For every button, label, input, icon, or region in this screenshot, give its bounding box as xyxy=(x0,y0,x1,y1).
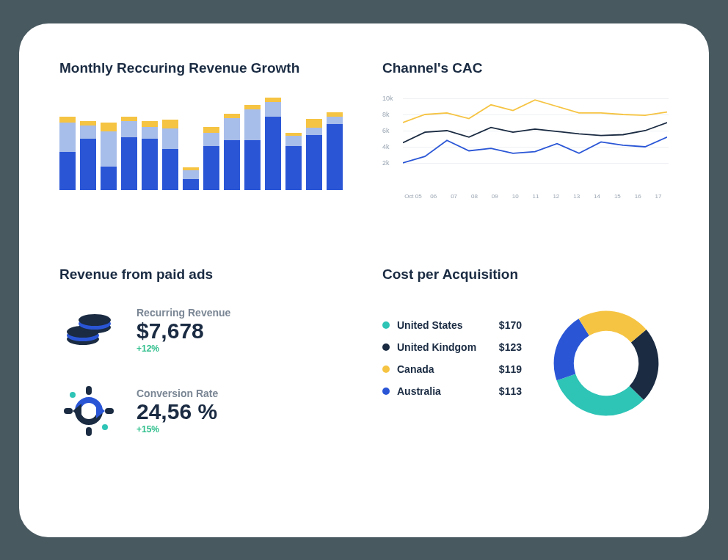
cac-line-chart: 10k8k6k4k2k xyxy=(382,95,669,190)
bar xyxy=(203,127,219,190)
bar xyxy=(80,121,96,190)
cpa-value: $123 xyxy=(499,341,522,353)
cpa-country: Australia xyxy=(397,385,441,397)
dashboard-card: Monthly Reccuring Revenue Growth Channel… xyxy=(19,23,709,537)
cpa-row: United States$170 xyxy=(382,319,522,331)
cac-section: Channel's CAC 10k8k6k4k2k Oct 0506070809… xyxy=(382,60,669,238)
bar xyxy=(162,120,178,190)
ads-title: Revenue from paid ads xyxy=(59,266,346,283)
recurring-revenue-value: $7,678 xyxy=(136,319,230,343)
y-tick: 10k xyxy=(382,95,393,102)
x-tick: 16 xyxy=(627,193,648,200)
conversion-rate-metric: Conversion Rate 24,56 % +15% xyxy=(59,382,346,440)
bar xyxy=(142,121,158,190)
y-tick: 4k xyxy=(382,143,390,150)
legend-dot-icon xyxy=(382,343,390,351)
bar xyxy=(327,112,343,190)
coins-icon xyxy=(59,301,118,360)
conversion-icon xyxy=(59,382,118,440)
x-tick: 12 xyxy=(546,193,567,200)
x-tick: 10 xyxy=(505,193,525,200)
bar xyxy=(306,119,322,190)
conversion-rate-label: Conversion Rate xyxy=(136,388,218,399)
cpa-row: Canada$119 xyxy=(382,363,522,375)
cpa-legend: United States$170United Kindgom$123Canad… xyxy=(382,319,522,407)
recurring-revenue-label: Recurring Revenue xyxy=(136,307,230,319)
cac-x-axis: Oct 05060708091011121314151617 xyxy=(403,193,669,200)
y-tick: 6k xyxy=(382,127,390,134)
svg-point-7 xyxy=(102,424,108,430)
mrr-title: Monthly Reccuring Revenue Growth xyxy=(59,60,346,76)
y-tick: 2k xyxy=(382,159,390,167)
x-tick: 09 xyxy=(484,193,505,200)
cpa-donut-chart xyxy=(544,301,669,426)
recurring-revenue-metric: Recurring Revenue $7,678 +12% xyxy=(59,301,346,360)
cpa-country: United Kindgom xyxy=(397,341,476,353)
svg-point-5 xyxy=(79,314,111,326)
svg-rect-9 xyxy=(86,427,92,436)
x-tick: Oct 05 xyxy=(403,193,423,200)
x-tick: 08 xyxy=(465,193,485,200)
bar xyxy=(121,117,137,190)
x-tick: 06 xyxy=(423,193,444,200)
bar xyxy=(285,133,302,190)
cpa-value: $113 xyxy=(499,385,522,397)
legend-dot-icon xyxy=(382,388,390,395)
legend-dot-icon xyxy=(382,321,390,329)
legend-dot-icon xyxy=(382,366,390,373)
svg-point-6 xyxy=(70,392,76,398)
svg-rect-11 xyxy=(105,408,114,414)
cpa-country: United States xyxy=(397,319,462,331)
cpa-row: Australia$113 xyxy=(382,385,522,397)
conversion-rate-delta: +15% xyxy=(136,424,218,434)
ads-section: Revenue from paid ads Recurring Revenue … xyxy=(59,266,346,501)
x-tick: 17 xyxy=(648,193,669,200)
mrr-section: Monthly Reccuring Revenue Growth xyxy=(59,60,346,238)
bar xyxy=(101,123,117,190)
cpa-country: Canada xyxy=(397,363,434,375)
x-tick: 11 xyxy=(525,193,546,200)
x-tick: 13 xyxy=(567,193,587,200)
svg-rect-8 xyxy=(86,386,92,395)
conversion-rate-value: 24,56 % xyxy=(136,399,218,424)
cpa-title: Cost per Acquisition xyxy=(382,266,669,283)
cpa-row: United Kindgom$123 xyxy=(382,341,522,353)
bar xyxy=(59,117,76,190)
x-tick: 07 xyxy=(444,193,465,200)
x-tick: 14 xyxy=(587,193,608,200)
cpa-section: Cost per Acquisition United States$170Un… xyxy=(382,266,669,501)
bar xyxy=(265,98,281,190)
mrr-bar-chart xyxy=(59,95,346,190)
svg-rect-10 xyxy=(64,408,73,414)
cpa-value: $170 xyxy=(499,319,522,331)
bar xyxy=(183,167,199,190)
cpa-value: $119 xyxy=(499,363,522,375)
recurring-revenue-delta: +12% xyxy=(136,343,230,354)
bar xyxy=(224,114,240,190)
x-tick: 15 xyxy=(607,193,627,200)
y-tick: 8k xyxy=(382,111,390,118)
bar xyxy=(244,105,261,190)
cac-title: Channel's CAC xyxy=(382,60,669,76)
